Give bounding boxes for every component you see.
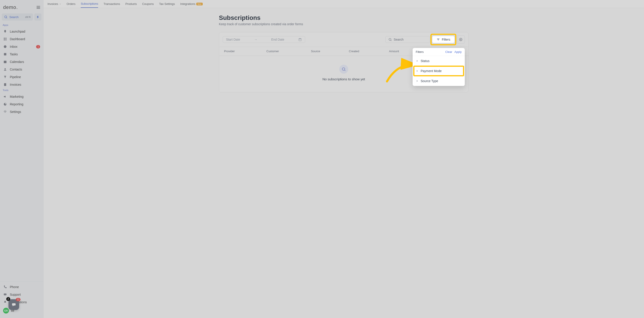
nav-support[interactable]: Support [0,291,43,298]
page-title: Subscriptions [219,14,468,22]
main: Invoices Orders Subscriptions Transactio… [44,0,644,318]
tab-integrations[interactable]: Integrations New [180,0,203,8]
gear-icon [3,110,7,114]
nav-settings[interactable]: Settings [0,108,43,116]
svg-line-1 [6,18,7,18]
tab-transactions[interactable]: Transactions [104,0,120,8]
page-subtitle: Keep track of customer subscriptions cre… [219,22,468,26]
inbox-badge: 1 [36,45,40,49]
tab-orders[interactable]: Orders [67,0,76,8]
svg-point-6 [4,45,6,48]
svg-point-17 [6,294,6,294]
svg-line-24 [391,40,392,41]
section-tools: Tools [0,88,43,93]
svg-rect-4 [4,39,5,40]
filter-source-type[interactable]: Source Type [412,76,465,86]
pipeline-icon [3,75,7,79]
global-search[interactable]: Search ctrl K [2,14,33,21]
nav-invoices[interactable]: Invoices [0,81,43,88]
bell-icon [3,300,7,304]
col-amount: Amount [389,50,411,53]
col-provider: Provider [224,50,266,53]
nav-inbox[interactable]: Inbox 1 [0,43,43,51]
nav-calendars[interactable]: Calendars [0,58,43,66]
phone-icon [3,285,7,289]
nav-contacts[interactable]: Contacts [0,66,43,73]
megaphone-icon [3,95,7,99]
sidebar: demo. Search ctrl K Apps L [0,0,44,318]
svg-point-23 [389,38,391,40]
filter-label: Payment Mode [421,69,442,73]
nav-profile[interactable]: GR ile [0,306,43,315]
hamburger-icon[interactable] [36,6,40,9]
reporting-icon [3,102,7,106]
download-button[interactable] [457,36,465,44]
tab-products[interactable]: Products [125,0,137,8]
avatar: GR [3,308,9,313]
dashboard-icon [3,37,7,41]
search-placeholder: Search [394,38,404,41]
logo: demo. [3,5,18,10]
search-label: Search [9,16,24,19]
empty-search-icon [339,65,348,74]
search-icon [4,15,8,19]
filters-popover: Filters Clear Apply Status [412,48,465,86]
table-search[interactable]: Search [386,36,430,43]
nav-label: Pipeline [10,75,21,79]
col-source: Source [311,50,349,53]
tab-coupons[interactable]: Coupons [142,0,154,8]
svg-rect-2 [4,38,5,39]
calendar-icon [298,38,302,41]
nav-label: Support [10,293,21,296]
support-notif-count: 12 [16,298,20,301]
clear-link[interactable]: Clear [445,50,452,54]
nav-marketing[interactable]: Marketing [0,93,43,100]
inbox-icon [3,45,7,49]
svg-point-10 [4,68,6,69]
z-badge: Z [6,297,10,301]
tab-tax-settings[interactable]: Tax Settings [159,0,175,8]
tab-label: Integrations [180,2,196,6]
filter-icon [436,38,440,41]
fp-title: Filters [416,50,424,54]
nav-phone[interactable]: Phone [0,283,43,291]
search-shortcut: ctrl K [25,16,31,18]
nav-launchpad[interactable]: Launchpad [0,28,43,35]
svg-rect-18 [12,303,16,305]
chat-icon [3,292,7,296]
topnav: Invoices Orders Subscriptions Transactio… [44,0,644,8]
section-apps: Apps [0,23,43,28]
calendar-icon [3,60,7,64]
nav-dashboard[interactable]: Dashboard [0,35,43,43]
chevron-right-icon [416,80,418,82]
tab-label: Coupons [142,2,154,6]
filters-label: Filters [442,38,450,41]
support-bubble[interactable]: Z 12 [8,299,19,310]
tab-invoices[interactable]: Invoices [48,0,61,8]
invoices-icon [3,83,7,87]
chevron-right-icon [416,60,418,62]
svg-rect-11 [4,83,6,86]
bolt-button[interactable] [34,14,42,21]
filters-button[interactable]: Filters [432,36,454,43]
filter-status[interactable]: Status [412,56,465,66]
svg-rect-5 [5,39,6,40]
nav-label: Contacts [10,68,22,71]
date-range-picker[interactable]: Start Date → End Date [223,36,305,43]
tab-subscriptions[interactable]: Subscriptions [81,0,98,8]
search-icon [388,38,392,41]
rocket-icon [3,30,7,34]
nav-reporting[interactable]: Reporting [0,100,43,108]
new-badge: New [196,3,203,5]
col-customer: Customer [266,50,311,53]
tab-label: Subscriptions [81,2,98,5]
filter-label: Status [421,59,430,63]
apply-link[interactable]: Apply [454,50,462,54]
filter-payment-mode[interactable]: Payment Mode [412,66,465,76]
svg-rect-3 [5,38,6,39]
nav-pipeline[interactable]: Pipeline [0,73,43,81]
nav-tasks[interactable]: Tasks [0,51,43,58]
tab-label: Transactions [104,2,120,6]
tab-label: Invoices [48,2,58,6]
contacts-icon [3,67,7,71]
